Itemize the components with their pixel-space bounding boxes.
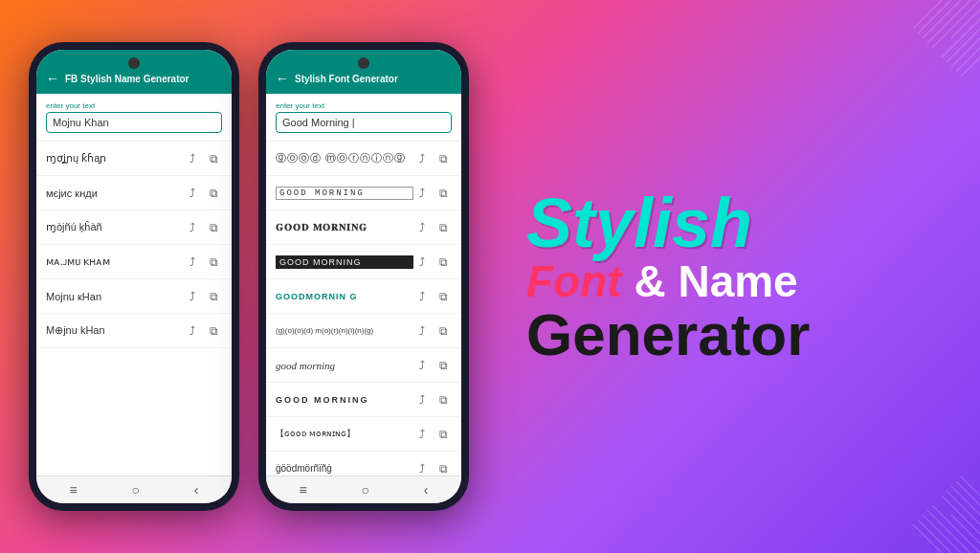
input-label-2: enter your text	[276, 101, 452, 110]
svg-line-18	[927, 510, 970, 553]
share-button[interactable]: ⤴	[413, 219, 431, 236]
input-label-1: enter your text	[46, 101, 222, 110]
font-actions: ⤴ ⧉	[184, 150, 222, 167]
font-text: M⊕jnu kHan	[46, 324, 184, 337]
copy-button[interactable]: ⧉	[205, 185, 222, 202]
input-area-2: enter your text	[266, 94, 461, 142]
font-text: ġöödmörñïñġ	[276, 463, 413, 474]
font-item: 𝐆𝐎𝐎𝐃 𝐌𝐎𝐑𝐍𝐈𝐍𝐆 ⤴ ⧉	[266, 210, 461, 245]
font-actions: ⤴ ⧉	[184, 254, 222, 271]
camera-notch-2	[358, 57, 369, 69]
font-actions: ⤴ ⧉	[413, 322, 452, 340]
font-actions: ⤴ ⧉	[413, 219, 452, 236]
back-button-2[interactable]: ←	[276, 71, 289, 86]
share-button[interactable]: ⤴	[184, 288, 201, 305]
copy-button[interactable]: ⧉	[205, 288, 222, 305]
menu-button-2[interactable]: ≡	[299, 482, 306, 498]
promo-section: Stylish Font & Name Generator	[498, 169, 980, 385]
font-text: Mojnu кHan	[46, 291, 184, 302]
font-item: (g)(o)(o)(d) m(o)(r)(n)(i)(n)(g) ⤴ ⧉	[266, 314, 461, 348]
font-item: ⓖⓞⓞⓓ ⓜⓞⓡⓝⓘⓝⓖ ⤴ ⧉	[266, 142, 461, 176]
share-button[interactable]: ⤴	[413, 288, 431, 305]
promo-line2-text: Font & Name	[526, 257, 951, 306]
home-button-2[interactable]: ○	[362, 482, 369, 498]
promo-generator-text: Generator	[526, 305, 951, 365]
app-header-2: ← Stylish Font Generator	[266, 50, 461, 94]
share-button[interactable]: ⤴	[413, 357, 431, 374]
share-button[interactable]: ⤴	[413, 185, 431, 202]
font-text: GOOD MORNING	[276, 255, 413, 269]
font-item: GOODMORNIN G ⤴ ⧉	[266, 279, 461, 314]
back-nav-2[interactable]: ‹	[424, 482, 429, 498]
font-list-1: ɱơʝɲų ƙɦąɲ ⤴ ⧉ мєjиc кнди ⤴ ⧉ ɱòjñú ķĥàñ	[36, 142, 232, 476]
share-button[interactable]: ⤴	[184, 254, 201, 271]
home-button-1[interactable]: ○	[132, 482, 140, 498]
copy-button[interactable]: ⧉	[434, 391, 452, 409]
svg-line-8	[918, 0, 951, 33]
svg-line-1	[942, 19, 980, 57]
font-actions: ⤴ ⧉	[413, 357, 452, 374]
font-text: GOODMORNIN G	[276, 292, 413, 301]
svg-line-19	[918, 520, 951, 553]
font-actions: ⤴ ⧉	[413, 460, 452, 476]
copy-button[interactable]: ⧉	[434, 357, 452, 374]
copy-button[interactable]: ⧉	[434, 460, 452, 476]
phone-2: ← Stylish Font Generator enter your text…	[258, 42, 469, 511]
font-actions: ⤴ ⧉	[413, 254, 452, 271]
font-actions: ⤴ ⧉	[413, 288, 452, 305]
menu-button-1[interactable]: ≡	[69, 482, 77, 498]
font-actions: ⤴ ⧉	[413, 150, 452, 167]
svg-line-20	[947, 491, 980, 524]
app-title-2: Stylish Font Generator	[295, 74, 398, 84]
svg-line-11	[932, 505, 980, 553]
font-actions: ⤴ ⧉	[184, 322, 222, 340]
copy-button[interactable]: ⧉	[434, 426, 452, 443]
back-button-1[interactable]: ←	[46, 71, 59, 86]
share-button[interactable]: ⤴	[184, 150, 201, 167]
copy-button[interactable]: ⧉	[434, 254, 452, 271]
font-text: 【ɢᴏᴏᴅ ᴍᴏʀɴɪɴɢ】	[276, 428, 413, 440]
text-input-1[interactable]	[46, 112, 222, 133]
svg-line-12	[942, 496, 980, 534]
camera-notch-1	[128, 57, 140, 69]
font-item: Mojnu кHan ⤴ ⧉	[36, 279, 232, 314]
copy-button[interactable]: ⧉	[434, 288, 452, 305]
share-button[interactable]: ⤴	[413, 460, 431, 476]
share-button[interactable]: ⤴	[413, 254, 431, 271]
font-actions: ⤴ ⧉	[184, 219, 222, 236]
font-text: (g)(o)(o)(d) m(o)(r)(n)(i)(n)(g)	[276, 326, 413, 335]
promo-font-word: Font	[526, 256, 622, 306]
back-nav-1[interactable]: ‹	[194, 482, 199, 498]
font-item: мєjиc кнди ⤴ ⧉	[36, 176, 232, 210]
font-actions: ⤴ ⧉	[413, 426, 452, 443]
svg-line-9	[947, 29, 980, 62]
copy-button[interactable]: ⧉	[434, 185, 452, 202]
font-text: ⓖⓞⓞⓓ ⓜⓞⓡⓝⓘⓝⓖ	[276, 151, 413, 166]
copy-button[interactable]: ⧉	[434, 150, 452, 167]
phone-2-screen: ← Stylish Font Generator enter your text…	[266, 50, 461, 503]
share-button[interactable]: ⤴	[413, 391, 431, 409]
font-item: 【ɢᴏᴏᴅ ᴍᴏʀɴɪɴɢ】 ⤴ ⧉	[266, 417, 461, 452]
promo-line2-rest: & Name	[622, 256, 798, 306]
copy-button[interactable]: ⧉	[205, 219, 222, 236]
font-item: GOOD MORNING ⤴ ⧉	[266, 383, 461, 417]
share-button[interactable]: ⤴	[413, 150, 431, 167]
phone-nav-1: ≡ ○ ‹	[36, 476, 232, 503]
copy-button[interactable]: ⧉	[205, 150, 222, 167]
share-button[interactable]: ⤴	[184, 322, 201, 340]
font-text: GOOD MORNING	[276, 187, 413, 200]
copy-button[interactable]: ⧉	[434, 322, 452, 340]
text-input-2[interactable]	[276, 112, 452, 133]
share-button[interactable]: ⤴	[413, 426, 431, 443]
copy-button[interactable]: ⧉	[205, 322, 222, 340]
share-button[interactable]: ⤴	[184, 219, 201, 236]
font-text: мєjиc кнди	[46, 188, 184, 199]
font-item: GOOD MORNING ⤴ ⧉	[266, 245, 461, 279]
copy-button[interactable]: ⧉	[434, 219, 452, 236]
share-button[interactable]: ⤴	[184, 185, 201, 202]
share-button[interactable]: ⤴	[413, 322, 431, 340]
svg-line-3	[923, 0, 961, 38]
copy-button[interactable]: ⧉	[205, 254, 222, 271]
svg-line-21	[956, 481, 980, 505]
font-text: ɱơʝɲų ƙɦąɲ	[46, 152, 184, 165]
